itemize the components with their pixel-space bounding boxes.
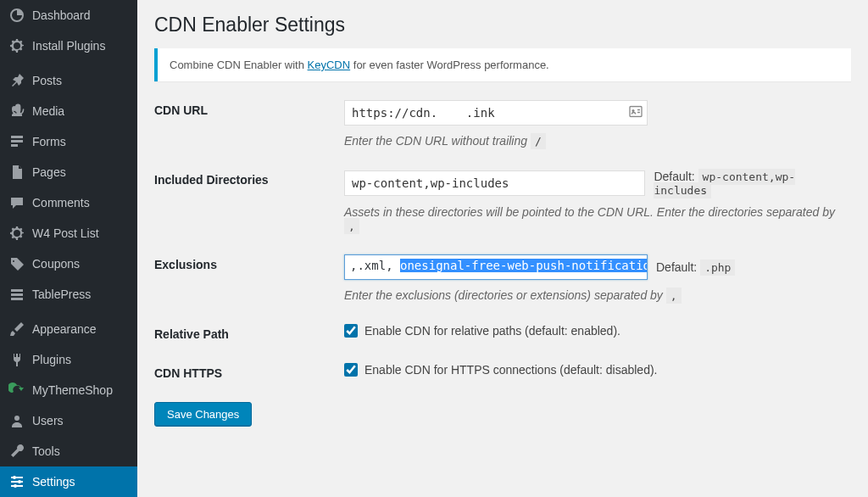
sidebar-item-plugins[interactable]: Plugins xyxy=(0,344,137,375)
notice-text-post: for even faster WordPress performance. xyxy=(350,59,549,71)
sidebar-item-pages[interactable]: Pages xyxy=(0,157,137,187)
sidebar-item-media[interactable]: Media xyxy=(0,96,137,126)
exclusions-desc: Enter the exclusions (directories or ext… xyxy=(344,288,851,302)
gear-icon xyxy=(8,37,25,54)
wrench-icon xyxy=(8,443,25,460)
sidebar-item-users[interactable]: Users xyxy=(0,405,137,436)
relative-path-text: Enable CDN for relative paths (default: … xyxy=(364,324,620,338)
user-icon xyxy=(8,412,25,429)
relative-path-label: Relative Path xyxy=(154,324,344,341)
sidebar-item-label: Plugins xyxy=(32,353,71,366)
exclusions-input[interactable]: ,.xml, onesignal-free-web-push-notificat… xyxy=(344,254,648,280)
table-icon xyxy=(8,286,25,303)
info-notice: Combine CDN Enabler with KeyCDN for even… xyxy=(154,48,851,81)
cdn-https-checkbox[interactable] xyxy=(344,363,358,377)
exclusions-default: Default: .php xyxy=(656,260,735,274)
exclusions-selection: onesignal-free-web-push-notifications xyxy=(400,259,648,272)
admin-sidebar: Dashboard Install Plugins Posts Media Fo… xyxy=(0,0,137,497)
field-cdn-url: CDN URL Enter the CDN URL without traili… xyxy=(154,100,851,148)
svg-rect-5 xyxy=(11,293,23,296)
included-dirs-desc: Assets in these directories will be poin… xyxy=(344,205,851,232)
brush-icon xyxy=(8,321,25,338)
sidebar-item-label: TablePress xyxy=(32,288,91,301)
gear-icon xyxy=(8,225,25,242)
svg-rect-4 xyxy=(11,289,23,292)
forms-icon xyxy=(8,133,25,150)
sidebar-item-tools[interactable]: Tools xyxy=(0,436,137,466)
sidebar-item-install-plugins[interactable]: Install Plugins xyxy=(0,31,137,61)
sidebar-item-dashboard[interactable]: Dashboard xyxy=(0,0,137,31)
sidebar-item-tablepress[interactable]: TablePress xyxy=(0,279,137,310)
sidebar-item-settings[interactable]: Settings xyxy=(0,466,137,497)
settings-page: CDN Enabler Settings Combine CDN Enabler… xyxy=(137,0,868,497)
svg-point-13 xyxy=(14,484,17,488)
svg-point-11 xyxy=(13,476,16,479)
sidebar-item-label: Tools xyxy=(32,444,60,458)
plug-icon xyxy=(8,351,25,368)
contact-card-icon xyxy=(629,106,643,120)
save-changes-button[interactable]: Save Changes xyxy=(154,402,252,427)
code-comma: , xyxy=(344,218,359,234)
sidebar-item-comments[interactable]: Comments xyxy=(0,187,137,218)
sidebar-item-w4-post-list[interactable]: W4 Post List xyxy=(0,218,137,248)
exclusions-label: Exclusions xyxy=(154,254,344,271)
dashboard-icon xyxy=(8,7,25,24)
notice-text-pre: Combine CDN Enabler with xyxy=(170,59,308,71)
sidebar-item-label: Coupons xyxy=(32,257,80,271)
included-dirs-label: Included Directories xyxy=(154,170,344,187)
field-relative-path: Relative Path Enable CDN for relative pa… xyxy=(154,324,851,341)
field-exclusions: Exclusions ,.xml, onesignal-free-web-pus… xyxy=(154,254,851,302)
cdn-url-label: CDN URL xyxy=(154,100,344,117)
sidebar-item-mythemeshop[interactable]: MyThemeShop xyxy=(0,375,137,405)
sidebar-item-coupons[interactable]: Coupons xyxy=(0,248,137,279)
included-dirs-default: Default: wp-content,wp-includes xyxy=(654,170,851,197)
sidebar-item-posts[interactable]: Posts xyxy=(0,65,137,96)
pin-icon xyxy=(8,72,25,89)
sidebar-item-label: Install Plugins xyxy=(32,39,105,53)
sidebar-item-label: Media xyxy=(32,104,64,118)
svg-point-15 xyxy=(632,109,634,112)
tag-icon xyxy=(8,255,25,272)
sidebar-item-label: Forms xyxy=(32,135,66,148)
code-slash: / xyxy=(531,133,546,149)
svg-point-7 xyxy=(14,416,19,421)
field-included-dirs: Included Directories Default: wp-content… xyxy=(154,170,851,232)
sidebar-item-label: Users xyxy=(32,414,64,427)
relative-path-checkbox[interactable] xyxy=(344,324,358,338)
code-comma: , xyxy=(666,288,682,304)
svg-point-0 xyxy=(12,106,17,111)
sidebar-item-label: W4 Post List xyxy=(32,226,99,240)
svg-point-12 xyxy=(18,480,21,483)
svg-rect-1 xyxy=(11,136,23,138)
sidebar-item-label: Posts xyxy=(32,74,62,87)
comment-icon xyxy=(8,194,25,211)
cdn-url-desc: Enter the CDN URL without trailing / xyxy=(344,134,851,148)
refresh-icon xyxy=(8,382,25,399)
sidebar-item-forms[interactable]: Forms xyxy=(0,126,137,157)
sidebar-item-appearance[interactable]: Appearance xyxy=(0,314,137,344)
cdn-https-label: CDN HTTPS xyxy=(154,363,344,380)
sidebar-item-label: Pages xyxy=(32,165,66,179)
svg-rect-6 xyxy=(11,298,23,300)
cdn-https-text: Enable CDN for HTTPS connections (defaul… xyxy=(364,363,658,377)
svg-rect-14 xyxy=(630,107,642,117)
field-cdn-https: CDN HTTPS Enable CDN for HTTPS connectio… xyxy=(154,363,851,380)
page-icon xyxy=(8,164,25,181)
sidebar-item-label: Dashboard xyxy=(32,8,91,22)
media-icon xyxy=(8,103,25,120)
sidebar-item-label: Appearance xyxy=(32,322,97,336)
sidebar-item-label: MyThemeShop xyxy=(32,383,113,397)
sidebar-item-label: Comments xyxy=(32,196,90,209)
svg-rect-2 xyxy=(11,140,23,142)
page-title: CDN Enabler Settings xyxy=(154,14,851,36)
included-dirs-input[interactable] xyxy=(344,170,645,196)
keycdn-link[interactable]: KeyCDN xyxy=(308,59,351,71)
sliders-icon xyxy=(8,473,25,490)
sidebar-item-label: Settings xyxy=(32,475,75,489)
cdn-url-input[interactable] xyxy=(344,100,648,126)
svg-rect-3 xyxy=(11,144,18,147)
